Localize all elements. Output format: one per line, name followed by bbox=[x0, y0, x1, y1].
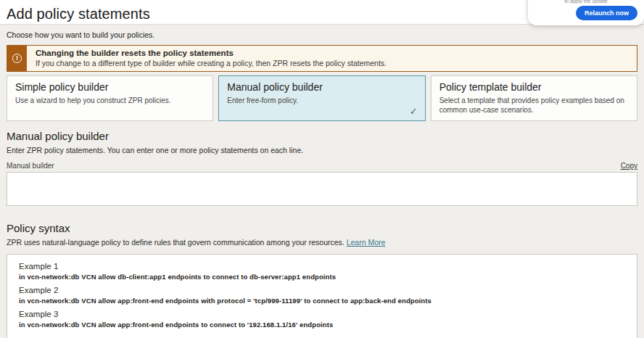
copy-link[interactable]: Copy bbox=[621, 162, 637, 170]
card-description: Enter free-form policy. bbox=[227, 96, 416, 105]
example-statement: in vcn-network:db VCN allow db-client:ap… bbox=[19, 273, 625, 281]
card-description: Use a wizard to help you construct ZPR p… bbox=[15, 96, 205, 105]
example-statement: in vcn-network:db VCN allow app:front-en… bbox=[19, 297, 625, 305]
main-content: Choose how you want to build your polici… bbox=[0, 25, 644, 338]
card-title: Manual policy builder bbox=[227, 81, 416, 93]
alert-circle-icon: ! bbox=[12, 54, 22, 63]
manual-builder-description: Enter ZPR policy statements. You can ent… bbox=[7, 146, 637, 154]
intro-text: Choose how you want to build your polici… bbox=[7, 30, 637, 39]
warning-icon-block: ! bbox=[7, 46, 27, 71]
warning-title: Changing the builder resets the policy s… bbox=[36, 49, 387, 57]
manual-builder-heading: Manual policy builder bbox=[7, 130, 637, 142]
builder-cards-row: Simple policy builder Use a wizard to he… bbox=[7, 75, 637, 121]
card-simple-policy-builder[interactable]: Simple policy builder Use a wizard to he… bbox=[7, 75, 213, 121]
warning-banner: ! Changing the builder resets the policy… bbox=[7, 45, 637, 72]
selected-check-icon: ✓ bbox=[410, 106, 418, 117]
card-manual-policy-builder[interactable]: Manual policy builder Enter free-form po… bbox=[218, 75, 425, 121]
manual-builder-field-label: Manual builder bbox=[7, 162, 54, 170]
card-description: Select a template that provides policy e… bbox=[439, 96, 629, 115]
policy-syntax-section: Policy syntax ZPR uses natural-language … bbox=[7, 222, 637, 338]
policy-syntax-description: ZPR uses natural-language policy to defi… bbox=[7, 238, 637, 247]
card-policy-template-builder[interactable]: Policy template builder Select a templat… bbox=[431, 75, 637, 121]
policy-syntax-examples-box: Example 1 in vcn-network:db VCN allow db… bbox=[7, 254, 637, 338]
update-popup-message: to apply the update bbox=[528, 0, 644, 4]
card-title: Policy template builder bbox=[439, 81, 629, 93]
relaunch-now-button[interactable]: Relaunch now bbox=[576, 6, 637, 20]
warning-body: If you change to a different type of bui… bbox=[36, 59, 387, 67]
example-statement: in vcn-network:db VCN allow app:front-en… bbox=[19, 321, 625, 329]
learn-more-link[interactable]: Learn More bbox=[347, 238, 386, 247]
policy-syntax-heading: Policy syntax bbox=[7, 222, 637, 234]
warning-text: Changing the builder resets the policy s… bbox=[27, 46, 394, 71]
manual-builder-textarea[interactable] bbox=[7, 172, 637, 206]
example-label: Example 1 bbox=[19, 262, 625, 271]
browser-update-popup: to apply the update Relaunch now bbox=[528, 0, 644, 25]
example-label: Example 2 bbox=[19, 286, 625, 294]
policy-syntax-description-text: ZPR uses natural-language policy to defi… bbox=[7, 238, 344, 247]
manual-builder-label-row: Manual builder Copy bbox=[7, 162, 637, 170]
example-label: Example 3 bbox=[19, 310, 625, 318]
manual-builder-section: Manual policy builder Enter ZPR policy s… bbox=[7, 130, 637, 209]
card-title: Simple policy builder bbox=[15, 81, 205, 93]
